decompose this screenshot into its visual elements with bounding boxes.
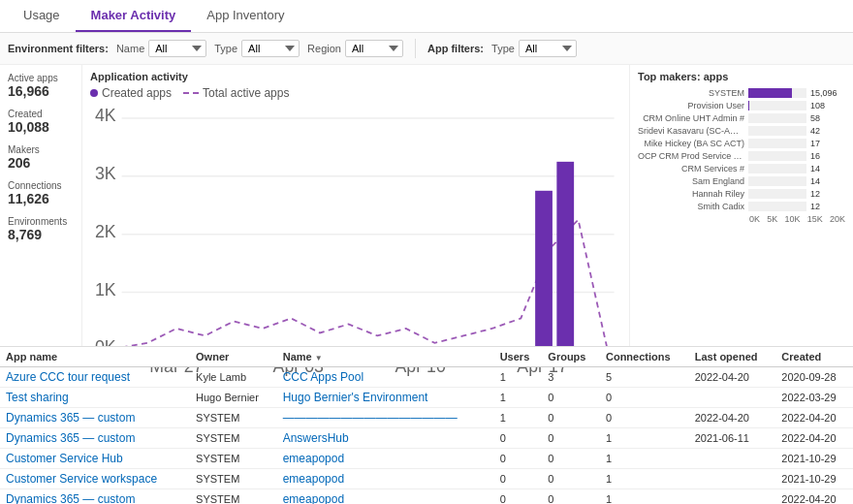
chart-legend: Created apps Total active apps: [90, 86, 621, 100]
cell-last-opened: [689, 469, 776, 489]
name-link[interactable]: CCC Apps Pool: [283, 370, 363, 384]
table-row: Customer Service Hub SYSTEM emeapopod 0 …: [0, 449, 853, 469]
app-name-link[interactable]: Customer Service workspace: [6, 472, 157, 486]
maker-value: 12: [810, 202, 845, 211]
maker-name: Sam England: [638, 176, 744, 186]
maker-bar-wrap: [748, 88, 806, 98]
cell-app-name: Customer Service Hub: [0, 449, 190, 469]
stat-makers-value: 206: [8, 155, 74, 171]
maker-value: 14: [810, 176, 845, 186]
chart-svg: 4K 3K 2K 1K 0K Mar 27 Apr 03 Apr 10 Apr …: [90, 104, 621, 387]
cell-users: 1: [494, 408, 543, 428]
maker-name: OCP CRM Prod Service A...: [638, 151, 744, 161]
tab-maker-activity[interactable]: Maker Activity: [76, 0, 192, 32]
cell-name: emeapopod: [277, 489, 494, 505]
name-link[interactable]: emeapopod: [283, 472, 344, 486]
app-type-filter-select[interactable]: All: [519, 40, 577, 57]
cell-created: 2022-03-29: [775, 388, 853, 408]
cell-groups: 0: [542, 449, 600, 469]
filter-bar: Environment filters: Name All Type All R…: [0, 33, 853, 65]
legend-total: Total active apps: [183, 86, 289, 100]
table-row: Dynamics 365 — custom SYSTEM ———————————…: [0, 408, 853, 428]
cell-app-name: Dynamics 365 — custom: [0, 408, 190, 428]
cell-connections: 0: [600, 388, 689, 408]
name-link[interactable]: emeapopod: [283, 452, 344, 465]
cell-name: Hugo Bernier's Environment: [277, 388, 494, 408]
type-filter-select[interactable]: All: [241, 40, 300, 57]
stat-connections-value: 11,626: [8, 191, 74, 206]
stat-connections-title: Connections: [8, 180, 74, 191]
cell-last-opened: 2021-06-11: [689, 428, 776, 449]
app-name-link[interactable]: Azure CCC tour request: [6, 370, 130, 384]
app-name-link[interactable]: Dynamics 365 — custom: [6, 411, 135, 425]
app-name-link[interactable]: Dynamics 365 — custom: [6, 431, 135, 445]
chart-title: Application activity: [90, 71, 621, 82]
maker-row: Sam England 14: [638, 176, 845, 186]
stat-environments-value: 8,769: [8, 227, 74, 242]
cell-groups: 0: [542, 469, 600, 489]
maker-value: 14: [810, 164, 845, 173]
name-link[interactable]: AnswersHub: [283, 431, 349, 445]
sort-icon-name[interactable]: ▼: [315, 354, 323, 362]
cell-owner: Kyle Lamb: [190, 367, 277, 388]
stat-created-title: Created: [8, 109, 74, 119]
stat-makers-title: Makers: [8, 144, 74, 155]
cell-groups: 0: [542, 428, 600, 449]
cell-owner: SYSTEM: [190, 428, 277, 449]
top-makers-panel: Top makers: apps SYSTEM 15,096 Provision…: [630, 65, 853, 365]
stat-makers: Makers 206: [8, 144, 74, 171]
name-link[interactable]: ———————————————: [283, 411, 458, 425]
stat-connections: Connections 11,626: [8, 180, 74, 206]
table-section[interactable]: App name Owner Name ▼ Users Groups Conne…: [0, 346, 853, 504]
stat-active-apps: Active apps 16,966: [8, 73, 74, 99]
cell-connections: 5: [600, 367, 689, 388]
cell-groups: 0: [542, 489, 600, 505]
name-link[interactable]: emeapopod: [283, 492, 344, 504]
legend-created: Created apps: [90, 86, 172, 100]
name-link[interactable]: Hugo Bernier's Environment: [283, 391, 428, 404]
legend-total-label: Total active apps: [203, 86, 289, 100]
cell-last-opened: [689, 388, 776, 408]
col-last-opened: Last opened: [689, 347, 776, 367]
tab-app-inventory[interactable]: App Inventory: [191, 0, 300, 32]
app-name-link[interactable]: Dynamics 365 — custom: [6, 492, 135, 504]
maker-row: CRM Services # 14: [638, 164, 845, 173]
maker-value: 108: [810, 101, 845, 110]
table-header-row: App name Owner Name ▼ Users Groups Conne…: [0, 347, 853, 367]
stat-environments: Environments 8,769: [8, 216, 74, 242]
cell-owner: Hugo Bernier: [190, 388, 277, 408]
maker-value: 42: [810, 126, 845, 136]
maker-row: Provision User 108: [638, 101, 845, 110]
col-app-name: App name: [0, 347, 190, 367]
maker-bar-wrap: [748, 101, 806, 110]
name-filter-select[interactable]: All: [148, 40, 206, 57]
svg-rect-15: [556, 162, 574, 351]
maker-bar-wrap: [748, 164, 806, 173]
svg-text:2K: 2K: [95, 222, 116, 241]
tab-usage[interactable]: Usage: [8, 0, 76, 32]
cell-created: 2021-10-29: [775, 449, 853, 469]
region-filter-select[interactable]: All: [345, 40, 403, 57]
cell-created: 2022-04-20: [775, 489, 853, 505]
chart-area: Application activity Created apps Total …: [82, 65, 630, 365]
cell-created: 2021-10-29: [775, 469, 853, 489]
legend-created-dot: [90, 89, 98, 97]
stat-created-value: 10,088: [8, 119, 74, 135]
cell-name: AnswersHub: [277, 428, 494, 449]
col-connections: Connections: [600, 347, 689, 367]
maker-bar-wrap: [748, 202, 806, 211]
cell-created: 2022-04-20: [775, 428, 853, 449]
maker-row: Sridevi Kasavaru (SC-ACT) 42: [638, 126, 845, 136]
name-filter-label: Name: [116, 43, 144, 54]
app-name-link[interactable]: Test sharing: [6, 391, 69, 404]
cell-owner: SYSTEM: [190, 469, 277, 489]
cell-app-name: Customer Service workspace: [0, 469, 190, 489]
app-name-link[interactable]: Customer Service Hub: [6, 452, 123, 465]
table-row: Dynamics 365 — custom SYSTEM emeapopod 0…: [0, 489, 853, 505]
cell-groups: 0: [542, 388, 600, 408]
cell-users: 0: [494, 428, 543, 449]
stat-active-apps-value: 16,966: [8, 83, 74, 99]
svg-rect-14: [535, 191, 553, 351]
name-filter: Name All: [116, 40, 206, 57]
maker-bar: [748, 88, 792, 98]
